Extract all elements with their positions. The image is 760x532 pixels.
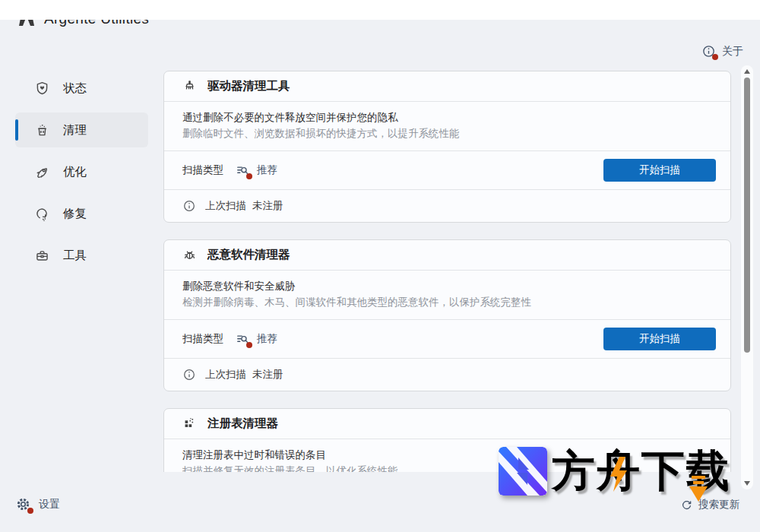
last-scan-value: 未注册 <box>252 199 283 213</box>
card-description: 清理注册表中过时和错误的条目 扫描并修复无效的注册表条目，以优化系统性能 <box>164 439 730 472</box>
scan-type-label: 扫描类型 <box>182 163 223 177</box>
vertical-scrollbar[interactable] <box>741 65 753 489</box>
description-primary: 通过删除不必要的文件释放空间并保护您的隐私 <box>182 109 712 125</box>
info-icon <box>701 44 716 59</box>
card-malware-cleaner: 恶意软件清理器 删除恶意软件和安全威胁 检测并删除病毒、木马、间谍软件和其他类型… <box>163 239 731 391</box>
about-label: 关于 <box>722 45 743 59</box>
sidebar-item-label: 清理 <box>63 122 87 138</box>
scan-type-label: 扫描类型 <box>182 332 223 346</box>
description-primary: 清理注册表中过时和错误的条目 <box>182 447 712 463</box>
start-scan-button[interactable]: 开始扫描 <box>603 328 716 350</box>
last-scan-row: 上次扫描 未注册 <box>164 190 730 222</box>
scan-filter-icon[interactable] <box>236 163 250 178</box>
notification-dot <box>712 54 718 60</box>
last-scan-label: 上次扫描 <box>205 368 246 382</box>
sidebar-item-label: 状态 <box>63 81 87 97</box>
content-area: 驱动器清理工具 通过删除不必要的文件释放空间并保护您的隐私 删除临时文件、浏览数… <box>163 67 731 472</box>
notification-dot <box>246 173 252 179</box>
description-secondary: 删除临时文件、浏览数据和损坏的快捷方式，以提升系统性能 <box>182 125 712 141</box>
card-drive-cleaner: 驱动器清理工具 通过删除不必要的文件释放空间并保护您的隐私 删除临时文件、浏览数… <box>163 71 731 223</box>
gear-icon <box>15 496 31 512</box>
last-scan-label: 上次扫描 <box>205 199 246 213</box>
card-header: 注册表清理器 <box>164 409 730 439</box>
card-header: 驱动器清理工具 <box>164 71 730 102</box>
sidebar-item-label: 工具 <box>63 248 87 264</box>
info-circle-icon <box>182 199 196 213</box>
cleanup-bin-icon <box>34 122 50 138</box>
info-circle-icon <box>182 368 196 382</box>
scrollbar-down-arrow-icon[interactable] <box>744 481 750 486</box>
registry-icon <box>182 416 197 431</box>
scan-type-row: 扫描类型 推荐 开始扫描 <box>164 320 730 359</box>
notification-dot <box>246 342 252 348</box>
description-secondary: 检测并删除病毒、木马、间谍软件和其他类型的恶意软件，以保护系统完整性 <box>182 294 712 310</box>
check-updates-button[interactable]: 搜索更新 <box>680 498 739 511</box>
window-top-clip <box>0 0 760 20</box>
start-scan-button[interactable]: 开始扫描 <box>603 159 716 182</box>
last-scan-value: 未注册 <box>252 368 283 382</box>
shield-heart-icon <box>34 81 50 97</box>
last-scan-row: 上次扫描 未注册 <box>164 359 730 391</box>
card-description: 通过删除不必要的文件释放空间并保护您的隐私 删除临时文件、浏览数据和损坏的快捷方… <box>164 102 730 151</box>
scrollbar-up-arrow-icon[interactable] <box>744 69 750 74</box>
sidebar-item-repair[interactable]: 修复 <box>15 196 148 231</box>
sidebar-item-optimize[interactable]: 优化 <box>15 154 148 189</box>
sidebar-item-label: 修复 <box>63 206 87 222</box>
repair-arrow-icon <box>34 206 50 222</box>
scan-type-value-link[interactable]: 推荐 <box>257 163 277 177</box>
about-button[interactable]: 关于 <box>701 44 743 59</box>
scrollbar-thumb[interactable] <box>744 78 750 353</box>
scan-filter-icon[interactable] <box>236 332 250 347</box>
sidebar-item-cleanup[interactable]: 清理 <box>15 112 148 147</box>
rocket-icon <box>34 164 50 180</box>
card-header: 恶意软件清理器 <box>164 240 730 271</box>
sidebar-item-status[interactable]: 状态 <box>15 71 148 106</box>
card-title: 驱动器清理工具 <box>207 78 290 94</box>
scan-type-row: 扫描类型 推荐 开始扫描 <box>164 151 730 190</box>
settings-label: 设置 <box>39 498 60 511</box>
card-description: 删除恶意软件和安全威胁 检测并删除病毒、木马、间谍软件和其他类型的恶意软件，以保… <box>164 271 730 320</box>
sidebar-item-tools[interactable]: 工具 <box>15 238 148 273</box>
sidebar-nav: 状态 清理 优化 <box>15 71 148 280</box>
toolbox-icon <box>34 248 50 264</box>
broom-icon <box>182 79 197 93</box>
description-primary: 删除恶意软件和安全威胁 <box>182 278 712 294</box>
check-updates-label: 搜索更新 <box>698 498 739 511</box>
card-title: 注册表清理器 <box>207 416 278 432</box>
settings-button[interactable]: 设置 <box>15 496 60 512</box>
bug-icon <box>182 248 197 262</box>
description-secondary: 扫描并修复无效的注册表条目，以优化系统性能 <box>182 463 712 472</box>
card-registry-cleaner: 注册表清理器 清理注册表中过时和错误的条目 扫描并修复无效的注册表条目，以优化系… <box>163 408 731 472</box>
sidebar-item-label: 优化 <box>63 164 87 180</box>
scan-type-value-link[interactable]: 推荐 <box>257 332 277 346</box>
notification-dot <box>27 508 33 514</box>
card-title: 恶意软件清理器 <box>207 247 290 263</box>
refresh-icon <box>680 499 693 511</box>
